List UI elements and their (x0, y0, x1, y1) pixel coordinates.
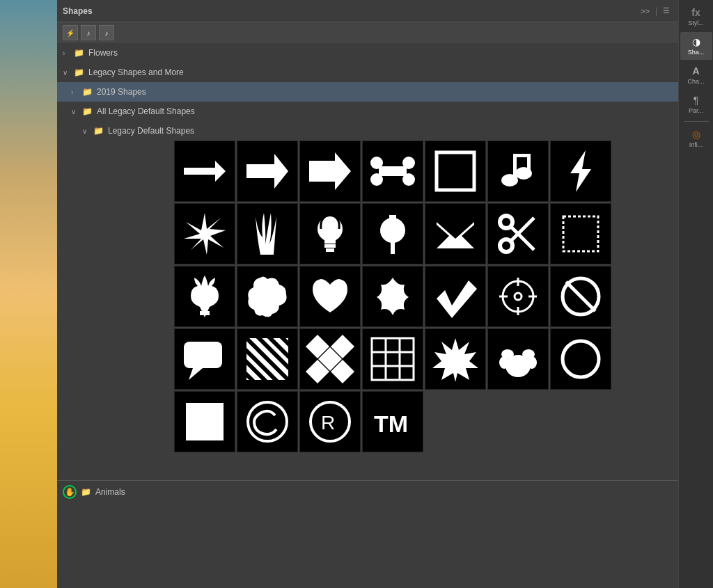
tree-item-flowers[interactable]: › 📁 Flowers (57, 43, 678, 63)
svg-marker-1 (246, 154, 288, 189)
shape-grid-pattern[interactable] (362, 328, 423, 390)
svg-rect-8 (437, 152, 474, 190)
svg-marker-0 (184, 161, 226, 182)
right-sidebar: fx Styl... ◑ Sha... A Cha... ¶ Par... ◎ … (678, 0, 713, 588)
shape-ornament[interactable] (237, 266, 298, 327)
shapes-panel-icon: ◑ (692, 36, 700, 47)
svg-point-12 (501, 174, 518, 186)
svg-marker-15 (184, 213, 226, 255)
shape-envelope[interactable] (425, 203, 486, 264)
svg-marker-14 (570, 150, 591, 192)
toolbar-row: ⚡ ♪ ♪ (57, 22, 678, 43)
shape-no-sign[interactable] (550, 266, 611, 327)
shape-starburst[interactable] (174, 203, 235, 264)
svg-rect-34 (200, 311, 210, 315)
shape-diamond-pattern[interactable] (299, 328, 361, 390)
svg-point-20 (380, 218, 405, 243)
bottom-circle-indicator: ✋ (63, 485, 77, 499)
shape-lightning[interactable] (550, 141, 611, 202)
para-label: Par... (689, 107, 703, 114)
shape-blob-star[interactable] (362, 266, 423, 327)
svg-point-68 (499, 356, 509, 369)
arrow-icon: › (71, 88, 79, 96)
photo-background (0, 0, 57, 588)
shape-crosshair[interactable] (487, 266, 549, 327)
panel-more-button[interactable]: >> (638, 6, 652, 17)
shape-square-solid[interactable] (174, 391, 235, 452)
shapes-panel: Shapes >> | ☰ ⚡ ♪ ♪ › 📁 Flowers ∨ 📁 Lega… (57, 0, 678, 588)
shape-heart[interactable] (299, 266, 361, 327)
shape-circle[interactable] (550, 328, 611, 390)
folder-icon: 📁 (74, 67, 84, 77)
shape-arrow-thin-right[interactable] (174, 141, 235, 202)
sidebar-btn-shapes[interactable]: ◑ Sha... (680, 32, 712, 60)
folder-icon: 📁 (82, 106, 93, 116)
shape-copyright[interactable] (237, 391, 298, 452)
shape-pushpin[interactable] (362, 203, 423, 264)
tree-label: All Legacy Default Shapes (97, 106, 195, 116)
shape-diagonal-lines[interactable] (237, 328, 298, 390)
svg-rect-71 (186, 403, 224, 440)
sidebar-btn-paragraph[interactable]: ¶ Par... (680, 90, 712, 118)
svg-point-13 (515, 167, 532, 180)
toolbar-icon-lightning[interactable]: ⚡ (63, 25, 78, 40)
folder-icon: 📁 (93, 126, 104, 136)
shape-registered[interactable]: R (299, 391, 361, 452)
shape-fleur-de-lis[interactable] (174, 266, 235, 327)
shape-arrow-medium-right[interactable] (237, 141, 298, 202)
shape-bone-horizontal[interactable] (362, 141, 423, 202)
svg-rect-17 (324, 240, 336, 244)
char-icon: A (692, 65, 699, 77)
shape-checkmark[interactable] (425, 266, 486, 327)
panel-header-controls: >> | ☰ (638, 5, 673, 17)
svg-text:TM: TM (374, 411, 408, 437)
tree-item-all-legacy[interactable]: ∨ 📁 All Legacy Default Shapes (57, 102, 678, 121)
sidebar-btn-info[interactable]: ◎ Infi... (680, 125, 712, 152)
folder-icon: 📁 (82, 87, 93, 97)
tree-item-2019-shapes[interactable]: › 📁 2019 Shapes (57, 82, 678, 102)
svg-point-69 (527, 356, 537, 369)
para-icon: ¶ (694, 95, 699, 106)
sidebar-separator (684, 121, 709, 122)
info-icon: ◎ (692, 129, 700, 140)
char-label: Cha... (687, 78, 704, 85)
panel-header: Shapes >> | ☰ (57, 0, 678, 22)
shape-square-outline[interactable] (425, 141, 486, 202)
svg-rect-18 (324, 244, 336, 248)
shape-stamp-dashed[interactable] (550, 203, 611, 264)
shape-explosion[interactable] (425, 328, 486, 390)
svg-rect-59 (372, 338, 414, 380)
svg-point-37 (515, 293, 522, 300)
fx-icon: fx (691, 7, 700, 18)
tree-item-legacy-shapes[interactable]: ∨ 📁 Legacy Shapes and More (57, 63, 678, 82)
shape-lightbulb[interactable] (299, 203, 361, 264)
tree-item-legacy-default[interactable]: ∨ 📁 Legacy Default Shapes (57, 121, 678, 141)
toolbar-icon-music2[interactable]: ♪ (99, 25, 114, 40)
svg-point-5 (370, 173, 383, 186)
svg-text:R: R (321, 412, 335, 434)
svg-line-43 (566, 282, 595, 311)
shape-grass[interactable] (237, 203, 298, 264)
animals-label: Animals (95, 487, 125, 497)
arrow-icon: ∨ (82, 127, 91, 135)
svg-rect-21 (391, 241, 395, 254)
folder-icon: 📁 (81, 487, 91, 497)
svg-rect-22 (389, 215, 396, 221)
svg-rect-33 (563, 216, 598, 251)
toolbar-icon-music1[interactable]: ♪ (81, 25, 96, 40)
shape-scissors[interactable] (487, 203, 549, 264)
sidebar-btn-styles[interactable]: fx Styl... (680, 3, 712, 31)
shape-music-note[interactable] (487, 141, 549, 202)
svg-marker-2 (309, 152, 351, 190)
shape-arrow-bold-right[interactable] (299, 141, 361, 202)
svg-marker-64 (432, 338, 478, 382)
arrow-icon: › (63, 49, 71, 57)
shape-paw-print[interactable] (487, 328, 549, 390)
bottom-animals-item[interactable]: ✋ 📁 Animals (57, 480, 678, 502)
shape-trademark[interactable]: TM (362, 391, 423, 452)
panel-menu-button[interactable]: ☰ (660, 5, 673, 17)
sidebar-btn-character[interactable]: A Cha... (680, 61, 712, 89)
shape-speech-bubble[interactable] (174, 328, 235, 390)
styles-label: Styl... (688, 19, 704, 26)
info-label: Infi... (689, 141, 703, 148)
